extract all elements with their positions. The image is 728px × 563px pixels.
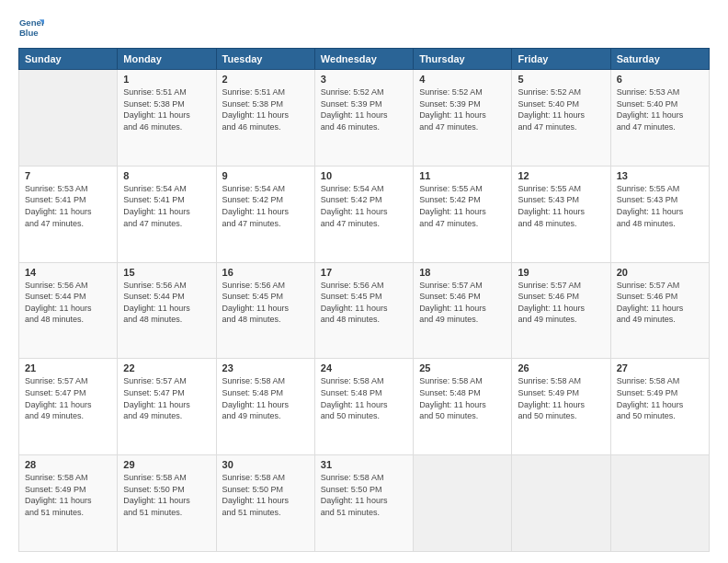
- day-number: 5: [518, 74, 604, 85]
- header-cell-tuesday: Tuesday: [216, 49, 314, 70]
- day-number: 11: [419, 170, 506, 181]
- calendar-cell: 20Sunrise: 5:57 AM Sunset: 5:46 PM Dayli…: [610, 262, 709, 359]
- day-content: Sunrise: 5:58 AM Sunset: 5:49 PM Dayligh…: [25, 472, 111, 518]
- svg-text:General: General: [19, 17, 44, 28]
- page: General Blue SundayMondayTuesdayWednesda…: [0, 0, 728, 563]
- day-content: Sunrise: 5:57 AM Sunset: 5:47 PM Dayligh…: [25, 375, 111, 421]
- header: General Blue: [18, 15, 710, 40]
- calendar-cell: 12Sunrise: 5:55 AM Sunset: 5:43 PM Dayli…: [512, 166, 610, 262]
- day-content: Sunrise: 5:57 AM Sunset: 5:47 PM Dayligh…: [123, 375, 210, 421]
- calendar-cell: 14Sunrise: 5:56 AM Sunset: 5:44 PM Dayli…: [19, 262, 118, 359]
- calendar-cell: [512, 455, 610, 552]
- day-content: Sunrise: 5:55 AM Sunset: 5:42 PM Dayligh…: [419, 183, 506, 229]
- day-content: Sunrise: 5:52 AM Sunset: 5:39 PM Dayligh…: [419, 86, 506, 132]
- day-number: 17: [321, 267, 407, 278]
- day-number: 24: [321, 362, 407, 373]
- day-number: 20: [617, 267, 703, 278]
- day-content: Sunrise: 5:57 AM Sunset: 5:46 PM Dayligh…: [419, 280, 506, 326]
- day-content: Sunrise: 5:57 AM Sunset: 5:46 PM Dayligh…: [518, 280, 604, 326]
- header-cell-thursday: Thursday: [414, 49, 512, 70]
- day-content: Sunrise: 5:58 AM Sunset: 5:50 PM Dayligh…: [222, 472, 309, 518]
- calendar-cell: 4Sunrise: 5:52 AM Sunset: 5:39 PM Daylig…: [414, 70, 512, 167]
- day-number: 16: [222, 267, 309, 278]
- day-content: Sunrise: 5:54 AM Sunset: 5:42 PM Dayligh…: [222, 183, 309, 229]
- header-cell-friday: Friday: [512, 49, 610, 70]
- calendar-cell: 31Sunrise: 5:58 AM Sunset: 5:50 PM Dayli…: [314, 455, 413, 552]
- day-number: 8: [123, 170, 210, 181]
- day-number: 27: [617, 362, 703, 373]
- day-content: Sunrise: 5:58 AM Sunset: 5:50 PM Dayligh…: [123, 472, 210, 518]
- logo-icon: General Blue: [18, 15, 44, 40]
- calendar-cell: 10Sunrise: 5:54 AM Sunset: 5:42 PM Dayli…: [314, 166, 413, 262]
- calendar-cell: [414, 455, 512, 552]
- calendar-cell: [19, 70, 118, 167]
- day-number: 26: [518, 362, 604, 373]
- day-content: Sunrise: 5:53 AM Sunset: 5:40 PM Dayligh…: [617, 86, 703, 132]
- day-number: 3: [321, 74, 407, 85]
- day-number: 22: [123, 362, 210, 373]
- calendar-cell: 16Sunrise: 5:56 AM Sunset: 5:45 PM Dayli…: [216, 262, 314, 359]
- calendar-cell: 5Sunrise: 5:52 AM Sunset: 5:40 PM Daylig…: [512, 70, 610, 167]
- calendar-cell: 1Sunrise: 5:51 AM Sunset: 5:38 PM Daylig…: [118, 70, 216, 167]
- week-row-4: 21Sunrise: 5:57 AM Sunset: 5:47 PM Dayli…: [19, 359, 710, 455]
- day-number: 29: [123, 459, 210, 470]
- calendar-cell: 25Sunrise: 5:58 AM Sunset: 5:48 PM Dayli…: [414, 359, 512, 455]
- header-cell-wednesday: Wednesday: [314, 49, 413, 70]
- day-content: Sunrise: 5:51 AM Sunset: 5:38 PM Dayligh…: [222, 86, 309, 132]
- day-content: Sunrise: 5:56 AM Sunset: 5:44 PM Dayligh…: [25, 280, 111, 326]
- day-number: 4: [419, 74, 506, 85]
- week-row-1: 1Sunrise: 5:51 AM Sunset: 5:38 PM Daylig…: [19, 70, 710, 167]
- day-content: Sunrise: 5:55 AM Sunset: 5:43 PM Dayligh…: [518, 183, 604, 229]
- calendar-cell: 19Sunrise: 5:57 AM Sunset: 5:46 PM Dayli…: [512, 262, 610, 359]
- calendar-cell: 26Sunrise: 5:58 AM Sunset: 5:49 PM Dayli…: [512, 359, 610, 455]
- day-content: Sunrise: 5:58 AM Sunset: 5:49 PM Dayligh…: [518, 375, 604, 421]
- day-number: 28: [25, 459, 111, 470]
- calendar-cell: 13Sunrise: 5:55 AM Sunset: 5:43 PM Dayli…: [610, 166, 709, 262]
- svg-text:Blue: Blue: [19, 28, 39, 38]
- calendar-cell: 11Sunrise: 5:55 AM Sunset: 5:42 PM Dayli…: [414, 166, 512, 262]
- day-number: 31: [321, 459, 407, 470]
- day-number: 13: [617, 170, 703, 181]
- calendar-cell: 29Sunrise: 5:58 AM Sunset: 5:50 PM Dayli…: [118, 455, 216, 552]
- day-number: 15: [123, 267, 210, 278]
- calendar-cell: 22Sunrise: 5:57 AM Sunset: 5:47 PM Dayli…: [118, 359, 216, 455]
- day-content: Sunrise: 5:56 AM Sunset: 5:45 PM Dayligh…: [222, 280, 309, 326]
- calendar-cell: 21Sunrise: 5:57 AM Sunset: 5:47 PM Dayli…: [19, 359, 118, 455]
- day-content: Sunrise: 5:51 AM Sunset: 5:38 PM Dayligh…: [123, 86, 210, 132]
- day-number: 2: [222, 74, 309, 85]
- calendar-cell: 17Sunrise: 5:56 AM Sunset: 5:45 PM Dayli…: [314, 262, 413, 359]
- day-number: 21: [25, 362, 111, 373]
- calendar-table: SundayMondayTuesdayWednesdayThursdayFrid…: [18, 48, 710, 552]
- day-content: Sunrise: 5:58 AM Sunset: 5:48 PM Dayligh…: [321, 375, 407, 421]
- calendar-cell: 28Sunrise: 5:58 AM Sunset: 5:49 PM Dayli…: [19, 455, 118, 552]
- day-number: 10: [321, 170, 407, 181]
- header-cell-monday: Monday: [118, 49, 216, 70]
- day-number: 25: [419, 362, 506, 373]
- day-number: 19: [518, 267, 604, 278]
- logo: General Blue: [18, 15, 50, 40]
- day-number: 23: [222, 362, 309, 373]
- day-number: 1: [123, 74, 210, 85]
- day-number: 12: [518, 170, 604, 181]
- day-content: Sunrise: 5:58 AM Sunset: 5:48 PM Dayligh…: [419, 375, 506, 421]
- calendar-cell: 3Sunrise: 5:52 AM Sunset: 5:39 PM Daylig…: [314, 70, 413, 167]
- week-row-2: 7Sunrise: 5:53 AM Sunset: 5:41 PM Daylig…: [19, 166, 710, 262]
- calendar-cell: 23Sunrise: 5:58 AM Sunset: 5:48 PM Dayli…: [216, 359, 314, 455]
- day-content: Sunrise: 5:56 AM Sunset: 5:44 PM Dayligh…: [123, 280, 210, 326]
- day-content: Sunrise: 5:53 AM Sunset: 5:41 PM Dayligh…: [25, 183, 111, 229]
- calendar-cell: [610, 455, 709, 552]
- header-cell-sunday: Sunday: [19, 49, 118, 70]
- day-content: Sunrise: 5:58 AM Sunset: 5:49 PM Dayligh…: [617, 375, 703, 421]
- day-number: 6: [617, 74, 703, 85]
- calendar-cell: 27Sunrise: 5:58 AM Sunset: 5:49 PM Dayli…: [610, 359, 709, 455]
- calendar-cell: 18Sunrise: 5:57 AM Sunset: 5:46 PM Dayli…: [414, 262, 512, 359]
- calendar-cell: 6Sunrise: 5:53 AM Sunset: 5:40 PM Daylig…: [610, 70, 709, 167]
- calendar-cell: 9Sunrise: 5:54 AM Sunset: 5:42 PM Daylig…: [216, 166, 314, 262]
- day-content: Sunrise: 5:58 AM Sunset: 5:48 PM Dayligh…: [222, 375, 309, 421]
- day-number: 14: [25, 267, 111, 278]
- header-cell-saturday: Saturday: [610, 49, 709, 70]
- day-content: Sunrise: 5:55 AM Sunset: 5:43 PM Dayligh…: [617, 183, 703, 229]
- day-content: Sunrise: 5:58 AM Sunset: 5:50 PM Dayligh…: [321, 472, 407, 518]
- day-content: Sunrise: 5:52 AM Sunset: 5:39 PM Dayligh…: [321, 86, 407, 132]
- header-row: SundayMondayTuesdayWednesdayThursdayFrid…: [19, 49, 710, 70]
